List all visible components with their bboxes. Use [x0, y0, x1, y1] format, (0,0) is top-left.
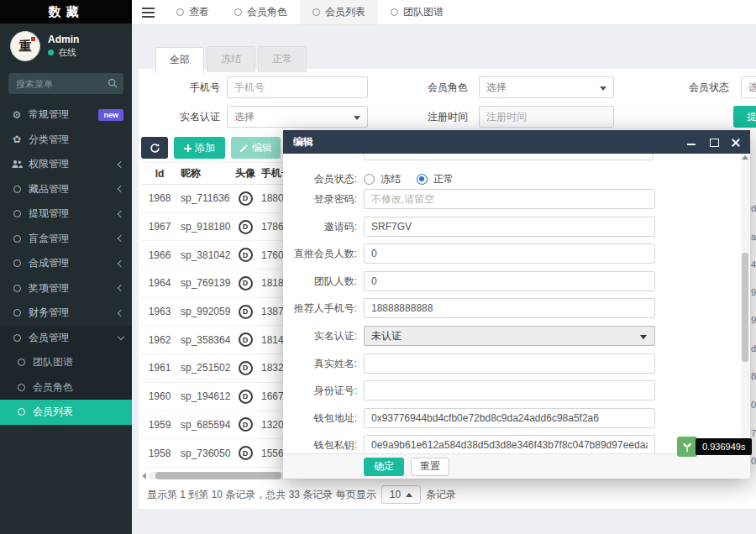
- refresh-button[interactable]: [141, 137, 168, 159]
- team-count-input[interactable]: [364, 271, 655, 291]
- load-time: 0.936949s: [696, 438, 752, 455]
- regtime-filter-label: 注册时间: [416, 106, 468, 128]
- state-filter-select[interactable]: 选择: [741, 76, 756, 98]
- sidebar-item-withdraw[interactable]: 提现管理: [0, 202, 132, 227]
- cell-nick: sp_992059: [177, 306, 229, 317]
- minimize-icon[interactable]: [687, 138, 696, 147]
- modal-header[interactable]: 编辑: [283, 130, 750, 154]
- edit-button[interactable]: 编辑: [231, 137, 281, 159]
- scrolled-input-remnant: [364, 154, 654, 160]
- scrollbar-thumb[interactable]: [742, 253, 748, 362]
- sidebar-item-awards[interactable]: 奖项管理: [0, 276, 132, 301]
- modal-scrollbar[interactable]: [741, 154, 749, 453]
- cell-id: 1958: [142, 448, 177, 459]
- sidebar-item-label: 会员角色: [33, 380, 73, 395]
- tab-view[interactable]: 查看: [164, 0, 222, 24]
- tab-member-role[interactable]: 会员角色: [222, 0, 300, 24]
- reset-button[interactable]: 重置: [411, 458, 449, 476]
- radio-frozen-label[interactable]: 冻结: [381, 172, 401, 186]
- circle-icon: [13, 384, 29, 391]
- sidebar-item-label: 财务管理: [29, 306, 69, 320]
- circle-icon: [8, 186, 25, 193]
- cell-nick: sp_918180: [177, 221, 229, 233]
- col-avatar[interactable]: 头像: [229, 166, 261, 181]
- role-filter-label: 会员角色: [416, 76, 468, 98]
- realname-input[interactable]: [364, 353, 655, 374]
- avatar-icon: D: [239, 220, 253, 234]
- tab-team-graph[interactable]: 团队图谱: [378, 0, 456, 24]
- sidebar-item-permission[interactable]: 权限管理: [0, 152, 132, 177]
- scroll-left-icon[interactable]: [142, 473, 146, 479]
- app-title: 数藏: [0, 0, 132, 24]
- search-input[interactable]: [8, 73, 123, 94]
- scroll-up-icon[interactable]: [742, 155, 748, 160]
- pencil-icon: [239, 144, 249, 153]
- sidebar-item-member[interactable]: 会员管理: [0, 326, 132, 351]
- avatar-icon: D: [239, 276, 253, 291]
- verify-select[interactable]: 未认证: [364, 326, 655, 346]
- hamburger-icon[interactable]: [132, 8, 164, 18]
- realname-filter-select[interactable]: 选择: [227, 106, 368, 128]
- role-filter-select[interactable]: 选择: [479, 76, 614, 98]
- sidebar-item-label: 会员管理: [29, 331, 69, 345]
- new-badge: new: [98, 109, 123, 121]
- sidebar-item-collection[interactable]: 藏品管理: [0, 177, 132, 202]
- radio-normal[interactable]: [417, 174, 428, 185]
- sidebar-item-finance[interactable]: 财务管理: [0, 301, 132, 326]
- chevron-left-icon: [118, 186, 124, 192]
- horizontal-scrollbar[interactable]: [142, 472, 293, 479]
- maximize-icon[interactable]: [709, 138, 718, 147]
- confirm-button[interactable]: 确定: [364, 458, 404, 476]
- wallet-address-input[interactable]: [364, 408, 655, 428]
- submit-button[interactable]: 提交: [733, 106, 756, 128]
- avatar-icon: D: [239, 332, 253, 347]
- avatar-icon: D: [239, 191, 253, 206]
- sidebar-item-synthesis[interactable]: 合成管理: [0, 251, 132, 276]
- tab-normal[interactable]: 正常: [258, 46, 307, 72]
- tab-all[interactable]: 全部: [155, 47, 204, 73]
- cell-nick: sp_358364: [177, 334, 229, 346]
- sidebar-item-general[interactable]: ⚙常规管理new: [0, 102, 132, 128]
- page-size-dropdown[interactable]: 10: [381, 485, 421, 504]
- referrer-phone-input[interactable]: [364, 298, 655, 318]
- invite-code-input[interactable]: [364, 217, 655, 237]
- phone-filter-input[interactable]: [227, 76, 368, 98]
- col-nick[interactable]: 昵称: [177, 166, 229, 181]
- sidebar-item-team-graph[interactable]: 团队图谱: [0, 350, 132, 375]
- caret-down-icon: [600, 86, 606, 91]
- tab-frozen[interactable]: 冻结: [207, 46, 255, 72]
- password-input[interactable]: [364, 189, 655, 209]
- scrollbar-thumb[interactable]: [155, 472, 281, 479]
- regtime-filter-input[interactable]: [479, 106, 614, 128]
- circle-icon: [13, 408, 29, 416]
- avatar-icon: D: [239, 248, 253, 262]
- sidebar-item-label: 提现管理: [29, 207, 69, 221]
- idcard-input[interactable]: [364, 380, 655, 400]
- radio-normal-label[interactable]: 正常: [433, 172, 454, 186]
- button-label: 添加: [195, 141, 215, 155]
- sidebar-item-category[interactable]: ✿分类管理: [0, 128, 132, 153]
- sidebar-item-member-list[interactable]: 会员列表: [0, 400, 132, 425]
- cell-id: 1964: [142, 277, 177, 289]
- direct-count-input[interactable]: [364, 243, 655, 264]
- modal-title: 编辑: [293, 135, 313, 149]
- cell-nick: sp_736050: [177, 448, 229, 459]
- radio-frozen[interactable]: [364, 174, 375, 185]
- cell-id: 1959: [142, 419, 177, 431]
- edit-modal: 编辑 会员状态: 冻结 正常 登录密码: 邀请码: 直推会员人数:: [283, 130, 750, 479]
- phone-filter-label: 手机号: [155, 76, 220, 98]
- cell-id: 1967: [142, 221, 177, 233]
- search-icon[interactable]: [108, 78, 118, 91]
- tab-member-list[interactable]: 会员列表: [300, 0, 378, 24]
- wallet-key-input[interactable]: [364, 435, 655, 453]
- close-icon[interactable]: [731, 138, 740, 147]
- chevron-left-icon: [118, 161, 124, 168]
- col-id[interactable]: Id: [142, 168, 177, 180]
- sidebar-item-member-role[interactable]: 会员角色: [0, 375, 132, 400]
- button-label: 编辑: [252, 141, 272, 155]
- sidebar-item-blindbox[interactable]: 盲盒管理: [0, 227, 132, 252]
- circle-icon: [234, 8, 242, 16]
- table-fragment: a: [751, 232, 756, 242]
- sidebar-item-label: 权限管理: [29, 157, 69, 171]
- add-button[interactable]: 添加: [174, 137, 225, 159]
